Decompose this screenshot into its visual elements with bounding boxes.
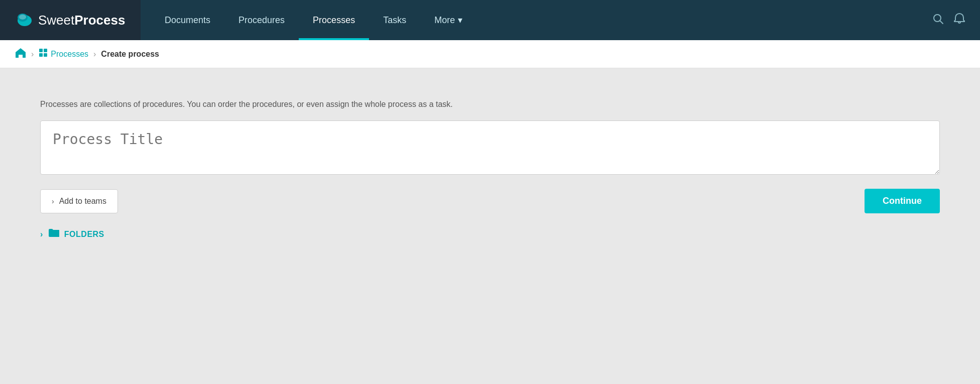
breadcrumb-separator-1: ›: [31, 50, 34, 59]
svg-rect-8: [44, 53, 47, 57]
navbar-actions: [932, 13, 980, 28]
processes-icon: [39, 48, 48, 60]
nav-item-processes[interactable]: Processes: [299, 0, 369, 40]
process-title-input[interactable]: [40, 120, 940, 175]
svg-rect-7: [39, 53, 43, 57]
folder-icon: [48, 228, 59, 240]
continue-button[interactable]: Continue: [865, 189, 940, 213]
notification-icon[interactable]: [954, 13, 965, 28]
chevron-right-icon: ›: [52, 197, 54, 205]
nav-item-procedures[interactable]: Procedures: [224, 0, 299, 40]
main-content: Processes are collections of procedures.…: [0, 68, 980, 384]
nav-item-tasks[interactable]: Tasks: [369, 0, 420, 40]
home-icon[interactable]: [15, 48, 26, 60]
nav-item-documents[interactable]: Documents: [151, 0, 224, 40]
svg-point-2: [19, 15, 26, 20]
folders-row[interactable]: › FOLDERS: [40, 228, 940, 240]
description-text: Processes are collections of procedures.…: [40, 98, 940, 110]
breadcrumb-current: Create process: [101, 50, 159, 59]
navbar-nav: Documents Procedures Processes Tasks Mor…: [141, 0, 932, 40]
nav-item-more[interactable]: More ▾: [420, 0, 476, 40]
search-icon[interactable]: [932, 13, 944, 28]
add-to-teams-button[interactable]: › Add to teams: [40, 189, 118, 213]
actions-row: › Add to teams Continue: [40, 189, 940, 213]
svg-rect-5: [39, 49, 43, 52]
svg-line-4: [940, 21, 943, 24]
chevron-down-icon: ▾: [458, 15, 462, 26]
brand-text: SweetProcess: [38, 13, 125, 28]
breadcrumb: › Processes › Create process: [0, 40, 980, 68]
chevron-right-folders-icon: ›: [40, 230, 43, 239]
navbar: SweetProcess Documents Procedures Proces…: [0, 0, 980, 40]
brand-icon: [15, 11, 34, 30]
brand: SweetProcess: [0, 0, 141, 40]
brand-logo[interactable]: SweetProcess: [15, 11, 125, 30]
breadcrumb-link-processes[interactable]: Processes: [39, 48, 88, 60]
svg-rect-6: [44, 49, 47, 52]
breadcrumb-separator-2: ›: [93, 50, 96, 59]
